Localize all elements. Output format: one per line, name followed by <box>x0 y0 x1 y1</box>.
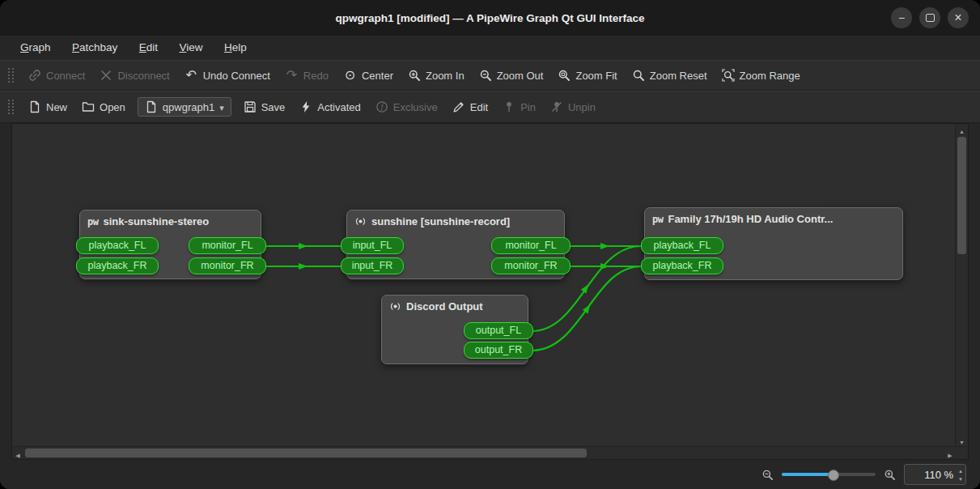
pipewire-icon <box>652 214 663 225</box>
spin-down-icon[interactable] <box>958 474 963 483</box>
caret-down-icon <box>219 101 224 113</box>
horizontal-scroll-thumb[interactable] <box>25 449 587 457</box>
zoom-out-icon <box>762 469 774 481</box>
scroll-up-button[interactable] <box>956 124 968 135</box>
zoom-value: 110 % <box>924 469 953 481</box>
undo-icon <box>185 69 198 82</box>
horizontal-scroll-track[interactable] <box>23 447 944 459</box>
zoom-out-button[interactable]: Zoom Out <box>472 65 551 86</box>
node-header: sunshine [sunshine-record] <box>347 210 564 231</box>
port-playback-fl[interactable]: playback_FL <box>641 237 723 254</box>
connection-arrow <box>299 243 308 249</box>
edit-pencil-icon <box>452 100 465 113</box>
node-title: sink-sunshine-stereo <box>103 215 209 227</box>
redo-button[interactable]: Redo <box>278 65 336 86</box>
zoom-slider-fill <box>782 473 833 476</box>
connect-icon <box>28 69 41 82</box>
close-icon <box>954 11 961 25</box>
menubar: Graph Patchbay Edit View Help <box>0 36 980 60</box>
vertical-scroll-track[interactable] <box>956 135 968 435</box>
vertical-scroll-thumb[interactable] <box>957 137 966 254</box>
minimize-button[interactable] <box>891 7 912 28</box>
open-button[interactable]: Open <box>74 96 133 117</box>
window-controls <box>891 7 969 28</box>
pin-button[interactable]: Pin <box>495 96 543 117</box>
exclusive-icon <box>375 100 388 113</box>
zoom-in-icon <box>408 69 421 82</box>
zoom-reset-icon <box>632 69 645 82</box>
maximize-button[interactable] <box>919 7 940 28</box>
scroll-down-button[interactable] <box>956 435 968 446</box>
port-playback-fl[interactable]: playback_FL <box>76 237 159 254</box>
vertical-scrollbar[interactable] <box>955 124 968 446</box>
disconnect-icon <box>100 69 112 82</box>
spin-up-icon[interactable] <box>958 466 963 474</box>
menu-graph[interactable]: Graph <box>11 36 60 60</box>
center-button[interactable]: Center <box>336 65 401 86</box>
zoom-fit-button[interactable]: Zoom Fit <box>550 65 624 86</box>
graph-canvas[interactable]: sink-sunshine-stereo sunshine [sunshine-… <box>12 124 955 446</box>
maximize-icon <box>926 14 935 22</box>
connection-arrow <box>600 243 609 249</box>
node-title: Family 17h/19h HD Audio Contr... <box>668 213 833 225</box>
node-header: sink-sunshine-stereo <box>80 210 261 231</box>
close-button[interactable] <box>948 7 969 28</box>
zoom-range-button[interactable]: Zoom Range <box>715 65 808 86</box>
zoom-in-button[interactable]: Zoom In <box>401 65 472 86</box>
zoom-reset-button[interactable]: Zoom Reset <box>625 65 715 86</box>
monitor-icon <box>389 300 401 313</box>
port-monitor-fr[interactable]: monitor_FR <box>491 257 571 274</box>
port-input-fl[interactable]: input_FL <box>341 237 404 254</box>
file-icon <box>145 100 158 113</box>
scroll-right-button[interactable] <box>944 447 956 459</box>
pin-icon <box>503 100 515 113</box>
toolbar-drag-handle[interactable] <box>8 100 14 114</box>
menu-patchbay[interactable]: Patchbay <box>63 36 126 60</box>
patchbay-file-dropdown[interactable]: qpwgraph1 <box>138 97 231 117</box>
port-playback-fr[interactable]: playback_FR <box>641 257 723 274</box>
menu-edit[interactable]: Edit <box>130 36 167 60</box>
exclusive-toggle[interactable]: Exclusive <box>368 96 445 117</box>
spin-arrows <box>958 466 963 483</box>
port-monitor-fl[interactable]: monitor_FL <box>189 237 266 254</box>
horizontal-scrollbar[interactable] <box>12 446 968 459</box>
zoom-slider[interactable] <box>782 467 876 482</box>
activated-toggle[interactable]: Activated <box>292 96 367 117</box>
node-header: Family 17h/19h HD Audio Contr... <box>645 208 902 228</box>
menu-help[interactable]: Help <box>215 36 256 60</box>
menu-view[interactable]: View <box>171 36 212 60</box>
node-title: Discord Output <box>406 300 483 313</box>
disconnect-button[interactable]: Disconnect <box>92 65 176 86</box>
port-input-fr[interactable]: input_FR <box>341 257 404 274</box>
center-icon <box>343 69 357 82</box>
port-monitor-fl[interactable]: monitor_FL <box>491 237 571 254</box>
toolbar-drag-handle[interactable] <box>8 68 14 83</box>
edit-toggle[interactable]: Edit <box>445 96 495 117</box>
zoom-fit-icon <box>558 69 571 82</box>
graph-view-frame: sink-sunshine-stereo sunshine [sunshine-… <box>11 123 969 460</box>
zoom-range-icon <box>722 69 735 82</box>
toolbar-graph: Connect Disconnect Undo Connect Redo Cen… <box>0 60 980 91</box>
port-output-fr[interactable]: output_FR <box>464 342 533 359</box>
port-output-fl[interactable]: output_FL <box>464 322 533 339</box>
scroll-left-button[interactable] <box>12 447 23 459</box>
zoom-slider-handle[interactable] <box>828 470 839 481</box>
port-playback-fr[interactable]: playback_FR <box>76 257 159 274</box>
titlebar[interactable]: qpwgraph1 [modified] — A PipeWire Graph … <box>0 0 980 36</box>
new-button[interactable]: New <box>21 96 74 117</box>
connection-arrow <box>600 263 609 270</box>
connection-arrow <box>583 303 593 314</box>
zoom-spinbox[interactable]: 110 % <box>904 464 966 485</box>
save-button[interactable]: Save <box>236 96 293 117</box>
new-file-icon <box>28 100 41 113</box>
minimize-icon <box>898 11 905 24</box>
window-title: qpwgraph1 [modified] — A PipeWire Graph … <box>335 12 644 24</box>
save-icon <box>244 100 257 113</box>
monitor-icon <box>354 215 367 227</box>
undo-connect-button[interactable]: Undo Connect <box>177 65 278 86</box>
unpin-button[interactable]: Unpin <box>543 96 603 117</box>
port-monitor-fr[interactable]: monitor_FR <box>189 257 266 274</box>
connect-button[interactable]: Connect <box>21 65 92 86</box>
node-title: sunshine [sunshine-record] <box>371 215 510 227</box>
connection-arrow <box>299 263 308 270</box>
